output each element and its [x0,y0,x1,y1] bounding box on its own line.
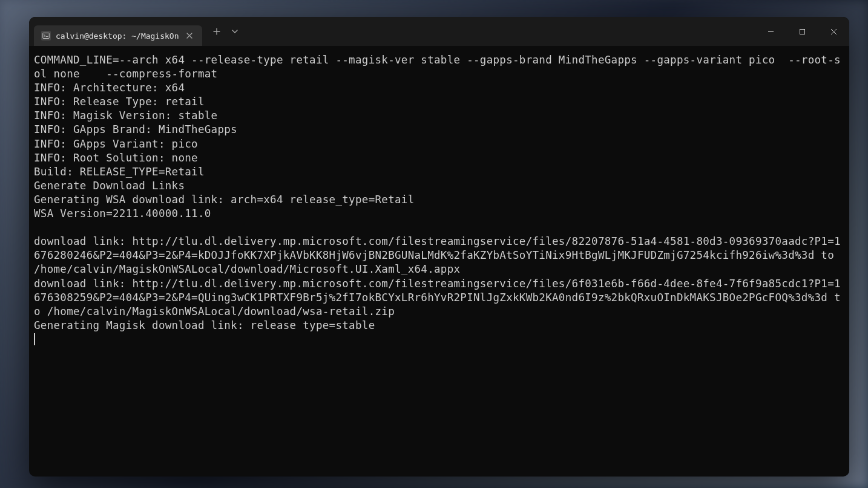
tab-dropdown-button[interactable] [226,22,243,41]
tab-close-button[interactable] [184,30,195,41]
tab-strip: calvin@desktop: ~/MagiskOn [29,17,243,46]
terminal-line: Generate Download Links [34,180,185,192]
terminal-line: download link: http://tlu.dl.delivery.mp… [34,235,841,275]
terminal-line: INFO: Release Type: retail [34,96,205,108]
minimize-button[interactable] [755,17,786,46]
terminal-window: calvin@desktop: ~/MagiskOn [29,17,849,477]
terminal-line: Generating WSA download link: arch=x64 r… [34,194,414,206]
terminal-line: INFO: GApps Variant: pico [34,138,198,150]
terminal-line: INFO: GApps Brand: MindTheGapps [34,123,237,135]
terminal-line: INFO: Architecture: x64 [34,82,185,94]
tab-title: calvin@desktop: ~/MagiskOn [56,31,179,41]
titlebar: calvin@desktop: ~/MagiskOn [29,17,849,46]
maximize-button[interactable] [786,17,818,46]
close-button[interactable] [818,17,849,46]
svg-rect-0 [43,33,50,39]
terminal-icon [41,31,51,41]
terminal-line: INFO: Magisk Version: stable [34,109,217,122]
terminal-line: COMMAND_LINE=--arch x64 --release-type r… [34,54,841,80]
terminal-line: download link: http://tlu.dl.delivery.mp… [34,278,841,317]
terminal-line: WSA Version=2211.40000.11.0 [34,207,211,220]
new-tab-button[interactable] [207,22,226,41]
terminal-cursor [34,333,35,345]
terminal-line: Build: RELEASE_TYPE=Retail [34,166,205,178]
terminal-line: Generating Magisk download link: release… [34,319,375,331]
terminal-output[interactable]: COMMAND_LINE=--arch x64 --release-type r… [29,46,849,351]
svg-rect-1 [800,29,804,34]
terminal-line: INFO: Root Solution: none [34,152,198,164]
window-controls [755,17,849,46]
tab-active[interactable]: calvin@desktop: ~/MagiskOn [34,25,202,46]
